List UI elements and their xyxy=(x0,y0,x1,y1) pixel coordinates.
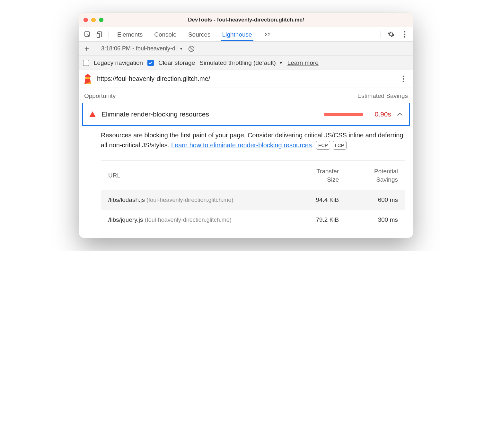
savings-bar xyxy=(324,113,363,116)
lighthouse-icon xyxy=(83,74,92,84)
svg-line-7 xyxy=(189,47,193,51)
opportunity-heading: Opportunity xyxy=(84,92,116,99)
zoom-window-button[interactable] xyxy=(99,18,103,22)
triangle-fail-icon xyxy=(89,111,96,117)
svg-point-3 xyxy=(404,31,406,32)
audit-learn-link[interactable]: Learn how to eliminate render-blocking r… xyxy=(171,142,312,149)
minimize-window-button[interactable] xyxy=(91,18,96,22)
tab-console[interactable]: Console xyxy=(153,28,178,41)
col-url-header: URL xyxy=(108,172,280,179)
chevron-down-icon: ▼ xyxy=(279,61,283,65)
estimated-savings-heading: Estimated Savings xyxy=(357,92,408,99)
svg-point-14 xyxy=(403,81,404,82)
chevron-up-icon xyxy=(397,112,403,116)
resource-path: /libs/jquery.js xyxy=(108,216,143,223)
resource-table: URL TransferSize PotentialSavings /libs/… xyxy=(101,160,405,230)
legacy-navigation-checkbox[interactable] xyxy=(83,60,89,66)
chevron-down-icon: ▼ xyxy=(179,47,183,51)
titlebar: DevTools - foul-heavenly-direction.glitc… xyxy=(79,13,413,27)
col-size-header: TransferSize xyxy=(280,167,339,184)
svg-rect-2 xyxy=(97,33,100,38)
table-row: /libs/lodash.js (foul-heavenly-direction… xyxy=(101,190,405,210)
resource-path: /libs/lodash.js xyxy=(108,196,145,203)
svg-point-4 xyxy=(404,33,406,35)
report-selector-label: 3:18:06 PM - foul-heavenly-di xyxy=(101,45,177,52)
clear-storage-label: Clear storage xyxy=(158,59,195,66)
legacy-navigation-label: Legacy navigation xyxy=(94,59,143,66)
svg-rect-9 xyxy=(85,77,90,79)
device-toolbar-icon[interactable] xyxy=(94,29,105,39)
col-savings-header: PotentialSavings xyxy=(339,167,398,184)
svg-marker-8 xyxy=(85,74,91,77)
audit-render-blocking[interactable]: Eliminate render-blocking resources 0.90… xyxy=(82,103,410,126)
clear-icon[interactable] xyxy=(186,44,197,54)
report-selector[interactable]: 3:18:06 PM - foul-heavenly-di ▼ xyxy=(101,45,183,52)
resource-host: (foul-heavenly-direction.glitch.me) xyxy=(145,217,232,223)
close-window-button[interactable] xyxy=(83,18,88,22)
separator xyxy=(109,31,109,38)
table-header: URL TransferSize PotentialSavings xyxy=(101,161,405,190)
lighthouse-url-row: https://foul-heavenly-direction.glitch.m… xyxy=(79,70,413,88)
resource-size: 79.2 KiB xyxy=(280,216,339,223)
new-report-button[interactable]: + xyxy=(83,44,91,54)
window-title: DevTools - foul-heavenly-direction.glitc… xyxy=(188,17,304,23)
tab-lighthouse[interactable]: Lighthouse xyxy=(221,28,253,41)
svg-marker-15 xyxy=(89,111,96,117)
resource-savings: 300 ms xyxy=(339,216,398,223)
tabs-row: Elements Console Sources Lighthouse xyxy=(79,27,413,42)
traffic-lights xyxy=(83,18,103,22)
audit-title: Eliminate render-blocking resources xyxy=(101,110,209,118)
table-row: /libs/jquery.js (foul-heavenly-direction… xyxy=(101,210,405,230)
resource-size: 94.4 KiB xyxy=(280,196,339,203)
panel-tabs: Elements Console Sources Lighthouse xyxy=(116,28,377,41)
separator xyxy=(96,45,96,52)
throttling-selector[interactable]: Simulated throttling (default) ▼ xyxy=(199,59,283,66)
audit-description: Resources are blocking the first paint o… xyxy=(79,129,413,156)
svg-point-12 xyxy=(403,75,404,77)
metric-pill-fcp: FCP xyxy=(316,141,330,150)
svg-point-5 xyxy=(404,36,406,38)
lighthouse-options: Legacy navigation Clear storage Simulate… xyxy=(79,56,413,70)
tab-sources[interactable]: Sources xyxy=(187,28,212,41)
separator xyxy=(381,31,381,38)
metric-pill-lcp: LCP xyxy=(333,141,347,150)
svg-point-13 xyxy=(403,78,404,80)
kebab-menu-icon[interactable] xyxy=(400,29,410,39)
clear-storage-checkbox[interactable] xyxy=(147,60,154,66)
report-menu-icon[interactable] xyxy=(398,74,409,84)
devtools-window: DevTools - foul-heavenly-direction.glitc… xyxy=(79,13,413,238)
opportunity-section-header: Opportunity Estimated Savings xyxy=(79,88,413,103)
savings-value: 0.90s xyxy=(369,110,391,118)
lighthouse-toolbar: + 3:18:06 PM - foul-heavenly-di ▼ xyxy=(79,42,413,56)
tab-elements[interactable]: Elements xyxy=(116,28,144,41)
svg-rect-0 xyxy=(85,31,90,36)
resource-savings: 600 ms xyxy=(339,196,398,203)
throttling-label: Simulated throttling (default) xyxy=(199,59,276,66)
gear-icon[interactable] xyxy=(386,29,396,39)
inspect-element-icon[interactable] xyxy=(82,29,92,39)
more-tabs-button[interactable] xyxy=(262,32,273,37)
resource-host: (foul-heavenly-direction.glitch.me) xyxy=(146,197,233,203)
report-url: https://foul-heavenly-direction.glitch.m… xyxy=(97,75,210,82)
learn-more-link[interactable]: Learn more xyxy=(287,59,319,66)
